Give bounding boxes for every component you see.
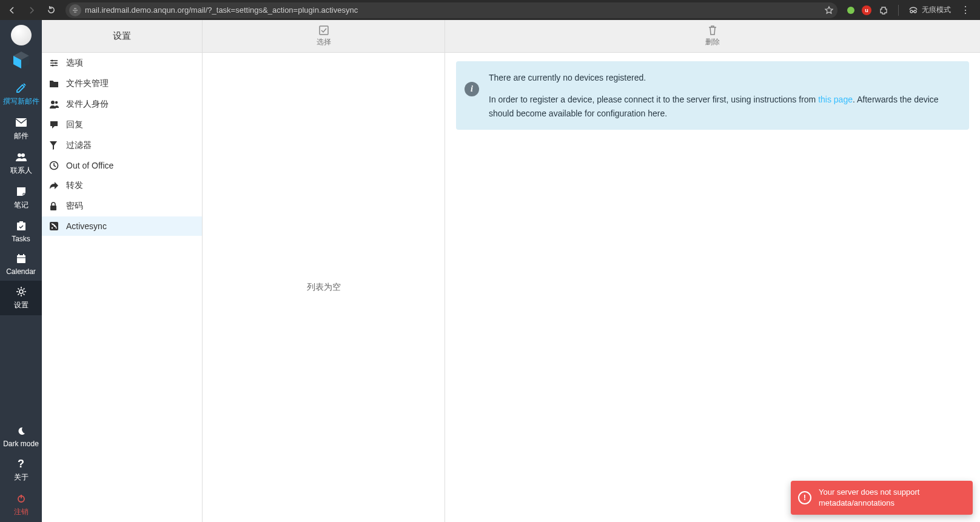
notes-icon: [16, 186, 27, 198]
nav-item-label: 撰写新邮件: [3, 96, 39, 107]
power-icon: [16, 492, 26, 504]
nav-item-label: Tasks: [12, 235, 30, 243]
select-button[interactable]: 选择: [203, 20, 445, 52]
settings-item-label: 回复: [66, 119, 83, 130]
svg-point-21: [52, 227, 53, 229]
nav-contacts[interactable]: 联系人: [0, 146, 42, 181]
trash-icon: [708, 25, 717, 36]
svg-point-13: [52, 60, 53, 62]
tasks-icon: [16, 220, 27, 232]
settings-item-identities[interactable]: 发件人身份: [42, 94, 202, 115]
nav-logout[interactable]: 注销: [0, 487, 42, 522]
nav-calendar[interactable]: Calendar: [0, 248, 42, 281]
settings-icon: [16, 286, 27, 298]
responses-icon: [49, 121, 60, 129]
settings-item-label: 文件夹管理: [66, 78, 109, 89]
nav-item-label: 设置: [14, 300, 29, 310]
browser-back-button[interactable]: [4, 2, 21, 19]
delete-label: 删除: [705, 37, 720, 47]
settings-item-label: 发件人身份: [66, 99, 109, 110]
details-toolbar: 删除: [445, 20, 980, 53]
settings-item-forward[interactable]: 转发: [42, 175, 202, 196]
left-nav: 撰写新邮件 邮件 联系人 笔记 Tasks: [0, 20, 42, 522]
device-list-column: 选择 列表为空: [203, 20, 445, 522]
bookmark-star-icon[interactable]: [824, 5, 834, 15]
extensions-button[interactable]: [879, 5, 888, 15]
svg-point-14: [55, 62, 57, 64]
browser-chrome: mail.iredmail.demo.anqun.org/mail/?_task…: [0, 0, 980, 20]
info-line-1: There are currently no devices registere…: [489, 71, 959, 84]
error-icon: !: [798, 491, 811, 504]
calendar-icon: [16, 253, 27, 265]
settings-item-folders[interactable]: 文件夹管理: [42, 73, 202, 94]
settings-item-label: 转发: [66, 180, 83, 191]
settings-item-activesync[interactable]: Activesync: [42, 216, 202, 236]
nav-tasks[interactable]: Tasks: [0, 215, 42, 248]
nav-item-label: 联系人: [10, 166, 32, 176]
info-message-box: i There are currently no devices registe…: [456, 61, 969, 130]
select-label: 选择: [317, 37, 331, 47]
error-toast[interactable]: ! Your server does not support metadata/…: [791, 481, 973, 515]
svg-rect-9: [19, 221, 23, 223]
moon-icon: [16, 425, 26, 437]
app-logo[interactable]: [11, 49, 32, 70]
nav-compose[interactable]: 撰写新邮件: [0, 77, 42, 112]
svg-point-6: [18, 153, 21, 157]
incognito-indicator[interactable]: 无痕模式: [908, 5, 951, 15]
this-page-link[interactable]: this page: [818, 95, 853, 104]
settings-item-outofoffice[interactable]: Out of Office: [42, 156, 202, 175]
preferences-icon: [49, 58, 60, 68]
user-avatar[interactable]: [11, 25, 32, 45]
nav-about[interactable]: ? 关于: [0, 453, 42, 487]
settings-item-label: 密码: [66, 201, 83, 212]
browser-forward-button[interactable]: [23, 2, 40, 19]
svg-point-16: [51, 101, 55, 104]
nav-item-label: Dark mode: [3, 440, 39, 448]
settings-item-label: Activesync: [66, 221, 107, 231]
browser-menu-button[interactable]: ⋮: [958, 4, 973, 16]
browser-url-bar[interactable]: mail.iredmail.demo.anqun.org/mail/?_task…: [65, 2, 837, 18]
help-icon: ?: [18, 458, 24, 470]
nav-notes[interactable]: 笔记: [0, 181, 42, 215]
settings-sections-column: 设置 选项文件夹管理发件人身份回复过滤器Out of Office转发密码Act…: [42, 20, 203, 522]
contacts-icon: [15, 151, 28, 163]
settings-item-label: Out of Office: [66, 161, 113, 170]
nav-item-label: 关于: [14, 472, 29, 483]
svg-rect-5: [16, 118, 27, 127]
svg-point-7: [21, 153, 25, 157]
forward-icon: [49, 181, 60, 190]
nav-item-label: 笔记: [14, 200, 29, 210]
activesync-icon: [49, 221, 60, 231]
svg-point-17: [55, 101, 58, 104]
nav-item-label: 邮件: [14, 131, 29, 141]
extension-ublock-icon[interactable]: u: [862, 5, 871, 15]
svg-rect-19: [50, 206, 56, 210]
nav-item-label: Calendar: [6, 267, 36, 276]
details-column: 删除 i There are currently no devices regi…: [445, 20, 980, 522]
browser-url-text: mail.iredmail.demo.anqun.org/mail/?_task…: [85, 5, 358, 15]
settings-column-title: 设置: [42, 20, 202, 53]
site-info-icon[interactable]: [69, 4, 81, 16]
settings-item-preferences[interactable]: 选项: [42, 53, 202, 73]
error-message: Your server does not support metadata/an…: [819, 487, 919, 507]
select-icon: [318, 25, 329, 36]
delete-button[interactable]: 删除: [445, 20, 980, 52]
settings-item-responses[interactable]: 回复: [42, 115, 202, 135]
settings-item-filters[interactable]: 过滤器: [42, 135, 202, 156]
svg-point-15: [52, 65, 54, 67]
filters-icon: [49, 141, 60, 150]
password-icon: [49, 201, 60, 211]
settings-item-label: 过滤器: [66, 140, 92, 151]
settings-item-password[interactable]: 密码: [42, 196, 202, 216]
nav-settings[interactable]: 设置: [0, 281, 42, 315]
compose-icon: [15, 82, 27, 94]
extension-dot-icon[interactable]: [847, 7, 854, 14]
identities-icon: [49, 99, 60, 109]
empty-list-text: 列表为空: [307, 282, 341, 293]
device-list-toolbar: 选择: [203, 20, 445, 53]
nav-darkmode[interactable]: Dark mode: [0, 420, 42, 453]
nav-mail[interactable]: 邮件: [0, 112, 42, 146]
browser-reload-button[interactable]: [42, 2, 59, 19]
svg-point-0: [910, 10, 913, 13]
svg-point-1: [914, 10, 916, 13]
